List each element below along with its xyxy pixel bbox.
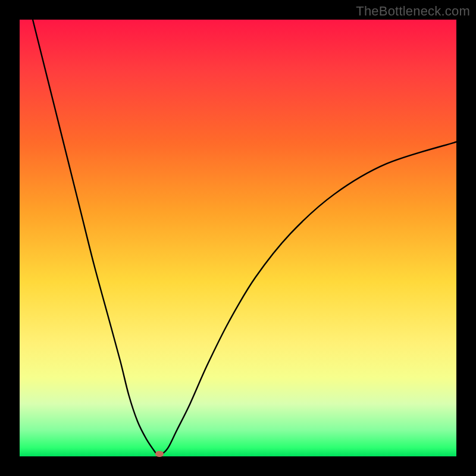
optimal-marker (155, 451, 164, 457)
chart-frame: TheBottleneck.com (0, 0, 476, 476)
plot-area (20, 20, 456, 456)
attribution-label: TheBottleneck.com (356, 4, 470, 19)
bottleneck-curve (20, 20, 456, 456)
